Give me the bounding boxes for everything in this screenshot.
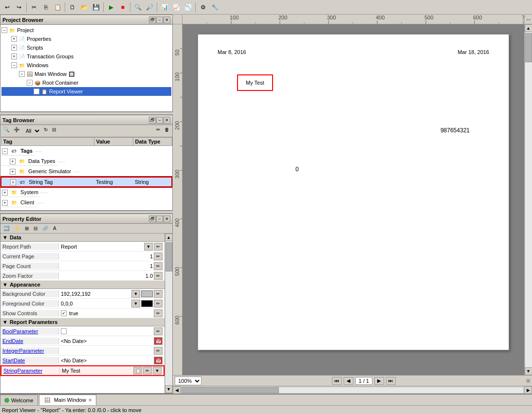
canvas-h-scroll-left[interactable]: ◀ — [173, 386, 181, 394]
current-page-edit-btn[interactable]: ✏ — [154, 252, 163, 260]
expand-root-container[interactable]: − — [27, 80, 33, 86]
prop-label-end-date[interactable]: EndDate — [0, 338, 59, 344]
canvas-h-scroll-thumb[interactable] — [182, 387, 279, 393]
tree-item-root-container[interactable]: − 📦 Root Container — [1, 78, 171, 87]
tag-row-system[interactable]: + 📁 System — [1, 187, 94, 198]
canvas-resize-anchor[interactable]: ⊞ — [526, 378, 530, 383]
canvas-scroll[interactable]: Mar 8, 2016 Mar 18, 2016 My Test 9876543… — [183, 24, 524, 375]
tab-welcome[interactable]: Welcome — [0, 395, 38, 405]
expand-tx[interactable]: + — [11, 54, 17, 59]
tag-browser-close[interactable]: ✕ — [164, 117, 170, 124]
expand-scripts[interactable]: + — [11, 45, 17, 51]
prop-scroll-down[interactable]: ▼ — [165, 385, 173, 393]
horizontal-resize-handle[interactable]: ↔ — [524, 16, 532, 23]
tag-type-select[interactable]: All — [22, 126, 41, 136]
tab-main-window-close[interactable]: ✕ — [88, 397, 92, 403]
bg-color-dropdown[interactable]: ▼ — [131, 290, 140, 298]
prop-scroll-up[interactable]: ▲ — [165, 234, 173, 241]
zoom-select[interactable]: 100% 75% 150% 200% — [175, 377, 202, 385]
prop-label-int-param[interactable]: IntegerParameter — [0, 347, 59, 354]
property-editor-close[interactable]: ✕ — [164, 216, 170, 222]
nav-prev-btn[interactable]: ◀ — [344, 377, 353, 385]
show-controls-edit-btn[interactable]: ✏ — [154, 309, 163, 317]
prop-filter-btn[interactable]: ⚡ — [12, 225, 22, 232]
expand-main-window[interactable]: − — [19, 71, 25, 77]
report-path-dropdown[interactable]: ▼ — [144, 243, 153, 251]
toolbar-btn-2[interactable]: ↪ — [14, 2, 24, 13]
prop-collapse-btn[interactable]: ⊟ — [32, 225, 39, 232]
tag-add-btn[interactable]: ➕ — [12, 126, 21, 136]
toolbar-btn-copy[interactable]: ⎘ — [40, 2, 51, 13]
toolbar-btn-play[interactable]: ▶ — [106, 2, 116, 13]
tag-row-generic[interactable]: + 📁 Generic Simulator — [1, 166, 94, 177]
toolbar-btn-zoom-out[interactable]: 🔎 — [144, 2, 155, 13]
toolbar-btn-paste[interactable]: 📋 — [52, 2, 63, 13]
toolbar-btn-new[interactable]: 🗋 — [67, 2, 78, 13]
prop-scroll-track[interactable] — [165, 241, 172, 385]
prop-sort-btn[interactable]: 🔤 — [1, 225, 11, 232]
prop-link-btn[interactable]: 🔗 — [40, 225, 50, 232]
toolbar-btn-zoom-in[interactable]: 🔍 — [132, 2, 143, 13]
tree-item-main-window[interactable]: − 🪟 Main Window 🔲 — [1, 70, 171, 78]
toolbar-btn-stop[interactable]: ■ — [117, 2, 128, 13]
show-controls-checkbox[interactable]: ✓ — [61, 310, 67, 316]
prop-label-start-date[interactable]: StartDate — [0, 357, 59, 364]
tree-item-report-viewer[interactable]: + 📋 Report Viewer — [1, 87, 171, 96]
expand-properties[interactable]: + — [11, 36, 17, 42]
tree-item-windows[interactable]: − 📁 Windows — [1, 61, 171, 70]
tree-item-scripts[interactable]: + 📄 Scripts — [1, 43, 171, 52]
project-browser-close[interactable]: ✕ — [164, 17, 170, 23]
property-editor-minimize[interactable]: − — [156, 216, 163, 222]
string-param-edit1-btn[interactable]: 📋 — [133, 367, 142, 375]
expand-report-viewer[interactable]: + — [34, 89, 39, 94]
property-editor-restore[interactable]: 🗗 — [149, 216, 156, 222]
tag-row-tags[interactable]: − 🏷 Tags — [1, 146, 94, 156]
canvas-scroll-up[interactable]: ▲ — [525, 24, 532, 32]
bool-param-checkbox[interactable] — [61, 328, 67, 334]
section-report-params-toggle[interactable]: ▼ — [2, 319, 8, 325]
tab-main-window[interactable]: 🪟 Main Window ✕ — [39, 395, 96, 405]
toolbar-btn-chart3[interactable]: 📉 — [183, 2, 193, 13]
tag-delete-btn[interactable]: 🗑 — [163, 126, 171, 136]
prop-expand-btn[interactable]: ⊞ — [23, 225, 31, 232]
section-data-toggle[interactable]: ▼ — [2, 234, 8, 240]
canvas-scroll-thumb[interactable] — [525, 33, 532, 62]
tag-search-btn[interactable]: 🔍 — [1, 126, 11, 136]
canvas-scroll-down[interactable]: ▼ — [525, 367, 532, 375]
canvas-scroll-track[interactable] — [525, 32, 532, 367]
tag-row-string-tag[interactable]: + 🏷 String Tag Testing String — [1, 177, 172, 187]
tag-row-client[interactable]: + 📁 Client — [1, 198, 94, 208]
fg-color-swatch[interactable] — [141, 300, 153, 307]
report-path-edit-btn[interactable]: ✏ — [154, 243, 163, 251]
zoom-factor-edit-btn[interactable]: ✏ — [154, 272, 163, 280]
start-date-edit-btn[interactable]: 📅 — [154, 357, 163, 364]
int-param-edit-btn[interactable]: ✏ — [154, 347, 163, 355]
project-browser-restore[interactable]: 🗗 — [149, 17, 156, 23]
prop-scroll-thumb[interactable] — [165, 242, 172, 271]
toolbar-btn-cut[interactable]: ✂ — [29, 2, 39, 13]
fg-color-dropdown[interactable]: ▼ — [131, 300, 140, 307]
bg-color-edit-btn[interactable]: ✏ — [154, 290, 163, 298]
nav-next-btn[interactable]: ▶ — [374, 377, 384, 385]
canvas-h-scroll-track[interactable] — [181, 387, 524, 394]
tag-row-datatypes[interactable]: + 📁 Data Types — [1, 156, 94, 166]
expand-windows[interactable]: − — [11, 62, 17, 68]
tag-browser-minimize[interactable]: − — [156, 117, 163, 124]
canvas-h-scroll-right[interactable]: ▶ — [524, 386, 532, 394]
project-browser-minimize[interactable]: − — [156, 17, 163, 23]
section-appearance-toggle[interactable]: ▼ — [2, 282, 8, 288]
tag-collapse-btn[interactable]: ⊟ — [50, 126, 58, 136]
toolbar-btn-misc1[interactable]: ⚙ — [198, 2, 208, 13]
bg-color-swatch[interactable] — [141, 290, 153, 297]
prop-text-btn[interactable]: A — [51, 225, 58, 232]
nav-last-btn[interactable]: ⏭ — [386, 377, 396, 385]
expand-project[interactable]: − — [1, 27, 7, 33]
fg-color-edit-btn[interactable]: ✏ — [154, 300, 163, 307]
toolbar-btn-open[interactable]: 📂 — [79, 2, 90, 13]
toolbar-btn-save[interactable]: 💾 — [91, 2, 101, 13]
tag-edit-btn[interactable]: ✏ — [154, 126, 162, 136]
toolbar-btn-chart1[interactable]: 📊 — [159, 2, 170, 13]
tree-item-project[interactable]: − 📁 Project — [1, 26, 171, 35]
tree-item-transaction-groups[interactable]: + 📄 Transaction Groups — [1, 52, 171, 61]
toolbar-btn-1[interactable]: ↩ — [2, 2, 13, 13]
